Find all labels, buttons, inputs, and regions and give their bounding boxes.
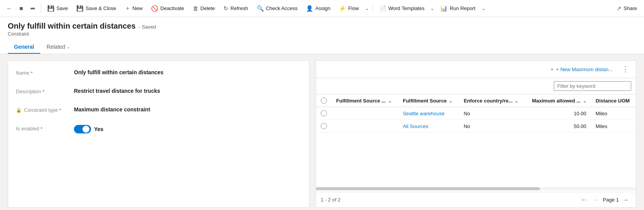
page-label: Page 1 [603,197,619,203]
grid-new-icon: ＋ [550,66,555,73]
run-report-icon: 📊 [440,5,448,12]
select-all-checkbox[interactable] [321,97,327,104]
col-distance-uom: Distance UOM [591,94,636,107]
new-icon: ＋ [125,5,131,12]
save-icon: 💾 [47,5,55,12]
toolbar: ← ■ ➦ 💾 Save 💾 Save & Close ＋ New 🚫 Deac… [0,0,644,17]
col-enforce-country[interactable]: Enforce country/re... ⌄ [459,94,525,107]
sort-icon-0: ⌄ [388,99,392,103]
table-row: Seattle warehouse No 10.00 Miles [316,107,636,120]
pagination-summary: 1 - 2 of 2 [321,197,340,203]
refresh-icon: ↻ [223,5,228,12]
pagination-controls: ⇤ ← Page 1 → [579,195,631,204]
row-1-maximum-allowed: 10.00 [525,107,591,120]
prev-page-button[interactable]: ← [591,196,601,204]
horizontal-scrollbar[interactable] [316,187,636,190]
new-button[interactable]: ＋ New [121,2,146,14]
grid-new-button[interactable]: ＋ + New Maximum distan... [546,64,617,75]
row-1-distance-uom: Miles [591,107,636,120]
expand-button[interactable]: ➦ [27,2,38,14]
page-subtitle: Constraint [8,31,636,37]
share-icon: ↗ [617,5,622,12]
grid-more-button[interactable]: ⋮ [620,64,631,74]
next-page-button[interactable]: → [620,196,631,204]
word-templates-chevron[interactable]: ⌄ [429,3,436,14]
check-access-button[interactable]: 🔍 Check Access [253,3,302,14]
run-report-button[interactable]: 📊 Run Report [436,3,479,14]
assign-icon: 👤 [306,5,313,12]
delete-icon: 🗑 [193,5,199,12]
constraint-type-row: 🔒 Constraint type * Maximum distance con… [16,106,301,116]
main-content: Name * Only fulfill within certain dista… [0,54,644,210]
page-header: Only fulfill within certain distances - … [0,17,644,54]
row-1-fulfillment-source-link[interactable]: Seattle warehouse [403,111,445,116]
tab-related[interactable]: Related ⌄ [40,41,76,54]
save-button[interactable]: 💾 Save [43,3,72,14]
is-enabled-required: * [41,126,42,131]
row-2-checkbox[interactable] [321,123,327,129]
row-2-enforce-country: No [459,120,525,133]
row-2-fulfillment-source-link[interactable]: All Sources [403,123,428,129]
sort-icon-3: ⌄ [583,99,586,103]
row-1-fulfillment-source-name [331,107,398,120]
constraint-type-value: Maximum distance constraint [74,106,301,113]
delete-button[interactable]: 🗑 Delete [189,3,219,14]
row-2-distance-uom: Miles [591,120,636,133]
description-row: Description * Restrict travel distance f… [16,87,301,98]
page-title: Only fulfill within certain distances [8,22,136,31]
separator-2 [373,4,373,13]
row-1-enforce-country: No [459,107,525,120]
sort-icon-2: ⌄ [515,99,518,103]
is-enabled-toggle[interactable] [74,125,91,133]
row-1-checkbox-cell [316,107,331,120]
deactivate-button[interactable]: 🚫 Deactivate [147,3,188,14]
grid-footer: 1 - 2 of 2 ⇤ ← Page 1 → [316,192,636,207]
share-button[interactable]: ↗ Share [613,3,641,14]
tab-general[interactable]: General [8,41,40,54]
lock-icon: 🔒 [16,108,22,113]
assign-button[interactable]: 👤 Assign [302,3,334,14]
row-2-checkbox-cell [316,120,331,133]
page-saved-status: - Saved [139,24,156,30]
toolbar-right: ↗ Share [613,3,641,14]
description-label: Description * [16,87,74,94]
grid-body: Seattle warehouse No 10.00 Miles All Sou… [316,107,636,133]
col-maximum-allowed[interactable]: Maximum allowed ... ⌄ [525,94,591,107]
flow-button[interactable]: ⚡ Flow [335,3,362,14]
name-label: Name * [16,68,74,76]
back-button[interactable]: ← [3,3,15,14]
refresh-button[interactable]: ↻ Refresh [220,3,252,14]
is-enabled-row: Is enabled * Yes [16,124,301,135]
related-chevron-icon: ⌄ [67,44,70,50]
scrollbar-thumb[interactable] [316,187,540,190]
flow-chevron[interactable]: ⌄ [364,3,370,14]
constraint-type-label: 🔒 Constraint type * [16,106,74,113]
row-2-maximum-allowed: 50.00 [525,120,591,133]
is-enabled-label: Is enabled * [16,124,74,131]
row-1-fulfillment-source: Seattle warehouse [398,107,459,120]
word-templates-icon: 📄 [379,5,386,12]
name-required: * [31,71,33,75]
page-title-row: Only fulfill within certain distances - … [8,22,636,31]
save-close-icon: 💾 [76,5,84,12]
filter-input[interactable] [554,81,631,91]
col-fulfillment-source[interactable]: Fulfillment Source ⌄ [398,94,459,107]
col-fulfillment-source-name[interactable]: Fulfillment Source ... ⌄ [331,94,398,107]
row-1-checkbox[interactable] [321,110,327,116]
row-2-fulfillment-source: All Sources [398,120,459,133]
constraint-type-required: * [59,108,61,113]
description-value: Restrict travel distance for trucks [74,87,301,94]
grid-panel: ＋ + New Maximum distan... ⋮ Fulfillment … [316,60,636,208]
check-access-icon: 🔍 [257,5,264,12]
run-report-chevron[interactable]: ⌄ [480,3,487,14]
grid-view-button[interactable]: ■ [16,3,26,14]
word-templates-button[interactable]: 📄 Word Templates [375,3,428,14]
form-panel: Name * Only fulfill within certain dista… [8,60,309,208]
save-close-button[interactable]: 💾 Save & Close [72,3,120,14]
checkbox-header [316,94,331,107]
flow-icon: ⚡ [339,5,346,12]
sort-icon-1: ⌄ [449,99,452,103]
first-page-button[interactable]: ⇤ [579,195,589,204]
separator-1 [41,4,41,13]
grid-toolbar: ＋ + New Maximum distan... ⋮ [316,61,636,78]
